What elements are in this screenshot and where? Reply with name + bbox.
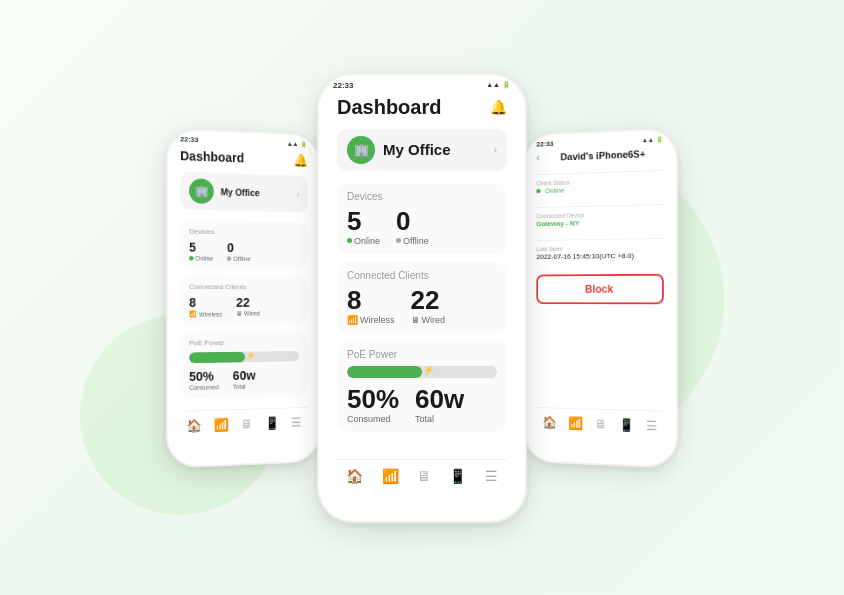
screen-left: Dashboard 🔔 🏢 My Office › Devices 5 Onli… [168, 144, 320, 446]
stat-offline-sub-center: Offline [396, 236, 429, 246]
stat-offline-sub-left: Offline [227, 255, 250, 261]
poe-bar-track-center [347, 366, 497, 378]
location-row-left[interactable]: 🏢 My Office › [180, 171, 307, 212]
last-seen-row: Last Seen 2022-07-16 15:45:10(UTC +8.0) [536, 244, 663, 260]
nav-menu-left[interactable]: ☰ [291, 415, 302, 429]
stat-offline-num-left: 0 [227, 241, 250, 254]
dot-green-left [189, 256, 193, 261]
stat-online-center: 5 Online [347, 208, 380, 246]
stat-offline-center: 0 Offline [396, 208, 429, 246]
header-left: Dashboard 🔔 [180, 148, 307, 167]
device-title-right: David's iPhone6S+ [543, 147, 664, 162]
poe-bar-fill-center [347, 366, 422, 378]
stat-total-num-center: 60w [415, 386, 464, 412]
nav-wifi-center[interactable]: 📶 [382, 468, 399, 484]
stat-total-sub-left: Total [233, 383, 256, 390]
stat-total-left: 60w Total [233, 369, 256, 390]
stat-online-left: 5 Online [189, 240, 213, 261]
last-seen-label: Last Seen [536, 244, 663, 252]
devices-label-center: Devices [347, 191, 497, 202]
stat-wireless-num-center: 8 [347, 287, 395, 313]
devices-card-center: Devices 5 Online 0 Offline [337, 183, 507, 254]
page-title-center: Dashboard [337, 96, 441, 119]
nav-menu-right[interactable]: ☰ [646, 418, 658, 433]
nav-home-center[interactable]: 🏠 [346, 468, 363, 484]
stat-wired-num-center: 22 [411, 287, 446, 313]
divider-2-right [536, 204, 663, 208]
last-seen-value: 2022-07-16 15:45:10(UTC +8.0) [536, 251, 663, 260]
stat-wired-center: 22 🖥 Wired [411, 287, 446, 325]
location-row-center[interactable]: 🏢 My Office › [337, 129, 507, 171]
stat-online-sub-center: Online [347, 236, 380, 246]
stat-total-num-left: 60w [233, 369, 256, 382]
nav-home-right[interactable]: 🏠 [542, 415, 556, 429]
bell-icon-center[interactable]: 🔔 [490, 99, 507, 115]
screen-center: Dashboard 🔔 🏢 My Office › Devices 5 Onli… [319, 92, 525, 498]
phone-right: 22:33 ▲▲ 🔋 ‹ David's iPhone6S+ Client St… [523, 127, 678, 468]
dot-green-center [347, 238, 352, 243]
clients-label-left: Connected Clients [189, 282, 299, 290]
stat-wireless-num-left: 8 [189, 296, 222, 309]
bell-icon-left[interactable]: 🔔 [293, 152, 307, 166]
stat-online-num-left: 5 [189, 240, 213, 253]
header-center: Dashboard 🔔 [337, 96, 507, 119]
stat-online-sub-left: Online [189, 255, 213, 261]
status-icons-left: ▲▲ 🔋 [287, 140, 308, 148]
clients-card-left: Connected Clients 8 📶 Wireless 22 🖥 Wire… [180, 275, 307, 324]
stat-wired-left: 22 🖥 Wired [236, 296, 259, 317]
stat-consumed-sub-center: Consumed [347, 414, 399, 424]
nav-home-left[interactable]: 🏠 [186, 418, 201, 433]
location-name-center: My Office [383, 141, 486, 158]
phone-center: 22:33 ▲▲ 🔋 Dashboard 🔔 🏢 My Office › Dev… [317, 73, 527, 523]
stat-wireless-sub-left: 📶 Wireless [189, 310, 222, 317]
nav-monitor-center[interactable]: 🖥 [417, 468, 431, 484]
nav-menu-center[interactable]: ☰ [485, 468, 498, 484]
stat-wired-sub-left: 🖥 Wired [236, 310, 259, 316]
bottom-nav-left: 🏠 📶 🖥 📱 ☰ [180, 407, 307, 437]
location-avatar-left: 🏢 [189, 178, 214, 204]
back-row-right: ‹ David's iPhone6S+ [536, 146, 663, 163]
back-chevron-right[interactable]: ‹ [536, 151, 539, 163]
status-bar-center: 22:33 ▲▲ 🔋 [319, 75, 525, 92]
stat-row-devices-center: 5 Online 0 Offline [347, 208, 497, 246]
block-button[interactable]: Block [536, 273, 663, 303]
nav-wifi-left[interactable]: 📶 [214, 417, 229, 432]
phones-container: 22:33 ▲▲ 🔋 Dashboard 🔔 🏢 My Office › Dev… [155, 73, 689, 523]
dot-gray-left [227, 256, 231, 260]
poe-label-center: PoE Power [347, 349, 497, 360]
nav-monitor-right[interactable]: 🖥 [595, 416, 607, 430]
bottom-nav-center: 🏠 📶 🖥 📱 ☰ [337, 459, 507, 488]
bottom-nav-right: 🏠 📶 🖥 📱 ☰ [536, 407, 663, 437]
stat-consumed-num-left: 50% [189, 369, 219, 382]
location-name-left: My Office [221, 186, 290, 198]
stat-row-poe-center: 50% Consumed 60w Total [347, 386, 497, 424]
screen-right: ‹ David's iPhone6S+ Client Status Online… [525, 144, 677, 446]
poe-card-left: PoE Power 50% Consumed 60w Total [180, 330, 307, 397]
nav-wifi-right[interactable]: 📶 [568, 415, 582, 429]
page-title-left: Dashboard [180, 148, 244, 165]
stat-wired-sub-center: 🖥 Wired [411, 315, 446, 325]
stat-wireless-left: 8 📶 Wireless [189, 296, 222, 317]
nav-device-right[interactable]: 📱 [619, 417, 634, 432]
time-center: 22:33 [333, 81, 353, 90]
nav-monitor-left[interactable]: 🖥 [241, 416, 253, 430]
devices-label-left: Devices [189, 227, 299, 237]
stat-total-sub-center: Total [415, 414, 464, 424]
status-icons-center: ▲▲ 🔋 [486, 81, 511, 89]
stat-row-clients-left: 8 📶 Wireless 22 🖥 Wired [189, 296, 299, 317]
time-right: 22:33 [536, 139, 553, 148]
chevron-icon-left: › [296, 189, 299, 199]
phone-left: 22:33 ▲▲ 🔋 Dashboard 🔔 🏢 My Office › Dev… [166, 127, 321, 468]
poe-bar-track-left [189, 350, 299, 362]
stat-wireless-sub-center: 📶 Wireless [347, 315, 395, 325]
stat-consumed-sub-left: Consumed [189, 383, 219, 390]
connected-device-row: Connected Device Gateway - NY [536, 210, 663, 228]
stat-consumed-num-center: 50% [347, 386, 399, 412]
stat-consumed-center: 50% Consumed [347, 386, 399, 424]
nav-device-left[interactable]: 📱 [265, 415, 279, 429]
nav-device-center[interactable]: 📱 [449, 468, 466, 484]
poe-label-left: PoE Power [189, 337, 299, 346]
clients-label-center: Connected Clients [347, 270, 497, 281]
divider-1-right [536, 169, 663, 174]
stat-offline-num-center: 0 [396, 208, 429, 234]
